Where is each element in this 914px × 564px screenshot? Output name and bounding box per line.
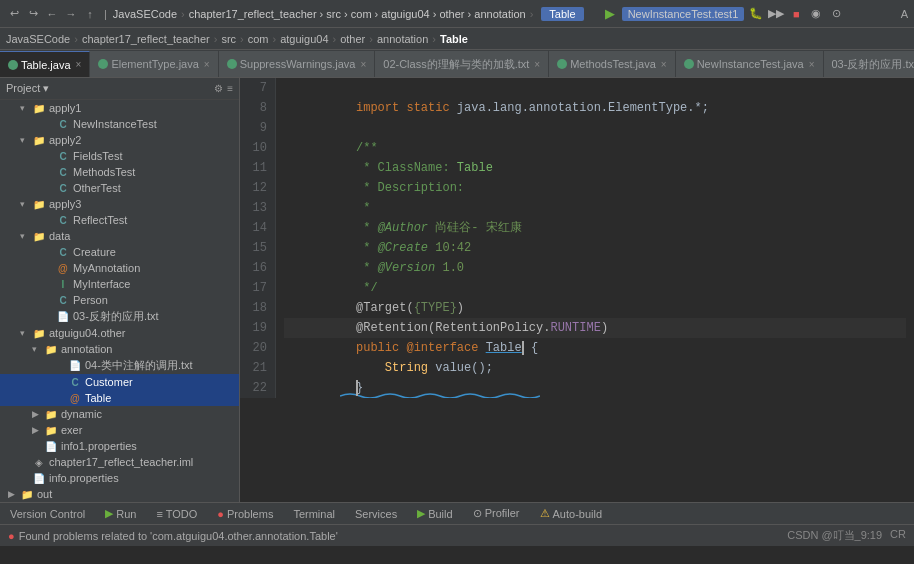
tab-todo[interactable]: ≡ TODO [146, 503, 207, 525]
tree-methodstest[interactable]: C MethodsTest [0, 164, 239, 180]
nav-table[interactable]: Table [440, 33, 468, 45]
folder-icon: 📁 [32, 133, 46, 147]
tab-reflect-txt[interactable]: 03-反射的应用.txt × [824, 51, 915, 77]
undo-btn[interactable]: ↩ [6, 6, 22, 22]
file-icon: 📄 [32, 471, 46, 485]
code-line-13: * @Author 尚硅谷- 宋红康 [284, 198, 906, 218]
nav-forward[interactable]: → [63, 6, 79, 22]
nav-atguigu[interactable]: atguigu04 [280, 33, 328, 45]
tree-chapter-iml[interactable]: ◈ chapter17_reflect_teacher.iml [0, 454, 239, 470]
tab-close[interactable]: × [360, 59, 366, 70]
layout-icon[interactable]: ≡ [227, 83, 233, 94]
tree-out[interactable]: ▶ 📁 out [0, 486, 239, 502]
redo-btn[interactable]: ↪ [25, 6, 41, 22]
tree-label: dynamic [61, 408, 102, 420]
tab-label: Terminal [293, 508, 335, 520]
status-bar: ● Found problems related to 'com.atguigu… [0, 524, 914, 546]
tab-table-java[interactable]: Table.java × [0, 51, 90, 77]
tree-reflecttest[interactable]: C ReflectTest [0, 212, 239, 228]
tree-data[interactable]: ▾ 📁 data [0, 228, 239, 244]
nav-src[interactable]: src [221, 33, 236, 45]
tree-newinstancetest[interactable]: C NewInstanceTest [0, 116, 239, 132]
folder-icon: 📁 [32, 326, 46, 340]
code-content[interactable]: import static java.lang.annotation.Eleme… [276, 78, 914, 398]
tab-elementtype[interactable]: ElementType.java × [90, 51, 218, 77]
tree-label: info1.properties [61, 440, 137, 452]
nav-com[interactable]: com [248, 33, 269, 45]
tab-icon [227, 59, 237, 69]
nav-back[interactable]: ← [44, 6, 60, 22]
lang-switch[interactable]: A [901, 8, 908, 20]
tree-info-props[interactable]: 📄 info.properties [0, 470, 239, 486]
tab-close[interactable]: × [76, 59, 82, 70]
tree-annotation[interactable]: ▾ 📁 annotation [0, 341, 239, 357]
tab-close[interactable]: × [204, 59, 210, 70]
tree-person[interactable]: C Person [0, 292, 239, 308]
run-more[interactable]: ▶▶ [768, 6, 784, 22]
tree-dynamic[interactable]: ▶ 📁 dynamic [0, 406, 239, 422]
file-icon: 📄 [68, 359, 82, 373]
tree-label: info.properties [49, 472, 119, 484]
tree-atguigu04-other[interactable]: ▾ 📁 atguigu04.other [0, 325, 239, 341]
tree-info1[interactable]: 📄 info1.properties [0, 438, 239, 454]
problems-icon: ● [217, 508, 224, 520]
tree-othertest[interactable]: C OtherTest [0, 180, 239, 196]
java-class-icon: C [56, 245, 70, 259]
gear-icon[interactable]: ⚙ [214, 83, 223, 94]
tab-label: Build [428, 508, 452, 520]
tree-label: MyAnnotation [73, 262, 140, 274]
tree-fieldstest[interactable]: C FieldsTest [0, 148, 239, 164]
tab-methodstest[interactable]: MethodsTest.java × [549, 51, 675, 77]
nav-chapter[interactable]: chapter17_reflect_teacher [82, 33, 210, 45]
tab-icon [684, 59, 694, 69]
tab-terminal[interactable]: Terminal [283, 503, 345, 525]
tab-version-control[interactable]: Version Control [0, 503, 95, 525]
run-button[interactable]: ▶ [602, 6, 618, 22]
tab-suppresswarnings[interactable]: SuppressWarnings.java × [219, 51, 376, 77]
profile-btn[interactable]: ⊙ [828, 6, 844, 22]
file-path: chapter17_reflect_teacher › src › com › … [189, 8, 526, 20]
tab-profiler[interactable]: ⊙ Profiler [463, 503, 530, 525]
nav-javaSECode[interactable]: JavaSECode [6, 33, 70, 45]
tree-exer[interactable]: ▶ 📁 exer [0, 422, 239, 438]
tree-customer[interactable]: C Customer [0, 374, 239, 390]
tab-label: ElementType.java [111, 58, 198, 70]
tab-autobuild[interactable]: ⚠ Auto-build [530, 503, 613, 525]
tab-label: NewInstanceTest.java [697, 58, 804, 70]
tab-newinstancetest[interactable]: NewInstanceTest.java × [676, 51, 824, 77]
tree-apply2[interactable]: ▾ 📁 apply2 [0, 132, 239, 148]
project-panel: Project ▾ ⚙ ≡ ▾ 📁 apply1 C NewInstanceTe… [0, 78, 240, 502]
nav-other[interactable]: other [340, 33, 365, 45]
tab-label: MethodsTest.java [570, 58, 656, 70]
tree-myannotation[interactable]: @ MyAnnotation [0, 260, 239, 276]
tab-run[interactable]: ▶ Run [95, 503, 146, 525]
tab-class-txt[interactable]: 02-Class的理解与类的加载.txt × [375, 51, 549, 77]
breadcrumb-sep: | [104, 8, 107, 20]
coverage-btn[interactable]: ◉ [808, 6, 824, 22]
nav-annotation[interactable]: annotation [377, 33, 428, 45]
tab-close[interactable]: × [661, 59, 667, 70]
nav-up[interactable]: ↑ [82, 6, 98, 22]
tree-label: apply2 [49, 134, 81, 146]
folder-icon: 📁 [32, 229, 46, 243]
tree-reflect-txt[interactable]: 📄 03-反射的应用.txt [0, 308, 239, 325]
tree-apply1[interactable]: ▾ 📁 apply1 [0, 100, 239, 116]
tab-problems[interactable]: ● Problems [207, 503, 283, 525]
tree-myinterface[interactable]: I MyInterface [0, 276, 239, 292]
debug-btn[interactable]: 🐛 [748, 6, 764, 22]
tree-label: atguigu04.other [49, 327, 125, 339]
tree-creature[interactable]: C Creature [0, 244, 239, 260]
tab-build[interactable]: ▶ Build [407, 503, 462, 525]
active-file-tab: Table [541, 7, 583, 21]
tab-close[interactable]: × [809, 59, 815, 70]
tab-services[interactable]: Services [345, 503, 407, 525]
tree-table[interactable]: @ Table [0, 390, 239, 406]
tree-apply3[interactable]: ▾ 📁 apply3 [0, 196, 239, 212]
tree-label: NewInstanceTest [73, 118, 157, 130]
tab-close[interactable]: × [534, 59, 540, 70]
tree-annotation-txt[interactable]: 📄 04-类中注解的调用.txt [0, 357, 239, 374]
error-dot: ● [8, 530, 15, 542]
stop-btn[interactable]: ■ [788, 6, 804, 22]
panel-header: Project ▾ ⚙ ≡ [0, 78, 239, 100]
code-editor[interactable]: 7 8 9 10 11 12 13 14 15 16 17 18 19 20 2… [240, 78, 914, 502]
